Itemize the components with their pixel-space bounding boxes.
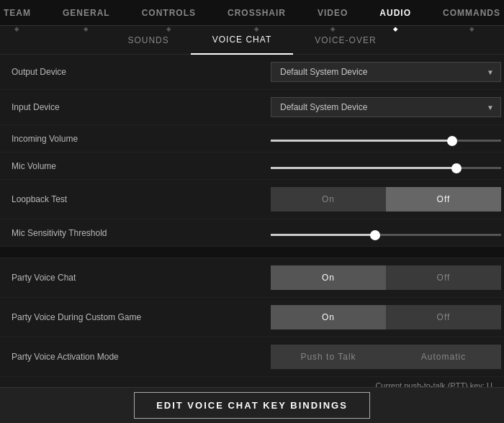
subnav-voice-over[interactable]: VOICE-OVER (293, 26, 397, 55)
input-device-dropdown-wrapper: Default System Device (271, 97, 501, 117)
party-voice-off-button[interactable]: Off (386, 265, 501, 290)
party-voice-chat-label: Party Voice Chat (12, 273, 271, 283)
party-voice-custom-toggle-group: On Off (271, 305, 501, 329)
incoming-volume-row: Incoming Volume (0, 125, 504, 153)
nav-general[interactable]: GENERAL (47, 0, 126, 26)
output-device-row: Output Device Default System Device (0, 55, 504, 90)
party-voice-activation-toggle-group: Push to Talk Automatic (271, 345, 501, 369)
incoming-volume-control (271, 133, 501, 144)
mic-sensitivity-row: Mic Sensitivity Threshold (0, 219, 504, 247)
mic-volume-label: Mic Volume (12, 161, 271, 171)
party-ptt-info-row: Current push-to-talk (PTT) key: U (0, 377, 504, 387)
output-device-dropdown-wrapper: Default System Device (271, 62, 501, 82)
output-device-label: Output Device (12, 67, 271, 77)
loopback-toggle-group: On Off (271, 187, 501, 212)
bottom-bar: EDIT VOICE CHAT KEY BINDINGS (0, 387, 504, 423)
party-voice-custom-on-button[interactable]: On (271, 305, 386, 329)
edit-keybindings-button[interactable]: EDIT VOICE CHAT KEY BINDINGS (134, 392, 370, 419)
party-voice-custom-control: On Off (271, 305, 501, 329)
mic-volume-control (271, 160, 501, 171)
incoming-volume-label: Incoming Volume (12, 134, 271, 144)
party-voice-toggle-group: On Off (271, 265, 501, 290)
content-area: Output Device Default System Device Inpu… (0, 55, 504, 387)
loopback-test-label: Loopback Test (12, 194, 271, 204)
party-voice-custom-off-button[interactable]: Off (386, 305, 501, 329)
party-voice-chat-row: Party Voice Chat On Off (0, 258, 504, 298)
input-device-control: Default System Device (271, 97, 501, 117)
party-voice-on-button[interactable]: On (271, 265, 386, 290)
mic-sensitivity-control (271, 227, 501, 238)
subnav-voice-chat[interactable]: VOICE CHAT (191, 26, 293, 55)
party-voice-activation-control: Push to Talk Automatic (271, 345, 501, 369)
output-device-control: Default System Device (271, 62, 501, 82)
party-voice-custom-row: Party Voice During Custom Game On Off (0, 298, 504, 337)
nav-team[interactable]: TEAM (0, 0, 47, 26)
nav-audio[interactable]: AUDIO (364, 0, 427, 26)
party-voice-auto-button[interactable]: Automatic (386, 345, 501, 369)
top-nav: TEAM GENERAL CONTROLS CROSSHAIR VIDEO AU… (0, 0, 504, 26)
output-device-dropdown[interactable]: Default System Device (271, 62, 501, 82)
party-voice-activation-row: Party Voice Activation Mode Push to Talk… (0, 337, 504, 377)
party-voice-push-button[interactable]: Push to Talk (271, 345, 386, 369)
incoming-volume-slider[interactable] (271, 140, 501, 142)
party-voice-custom-label: Party Voice During Custom Game (12, 312, 271, 322)
mic-sensitivity-slider-wrapper (271, 227, 501, 238)
loopback-test-control: On Off (271, 187, 501, 212)
sub-nav: SOUNDS VOICE CHAT VOICE-OVER (0, 26, 504, 55)
incoming-volume-slider-wrapper (271, 133, 501, 144)
nav-commands[interactable]: COMMANDS (427, 0, 504, 26)
input-device-dropdown[interactable]: Default System Device (271, 97, 501, 117)
nav-controls[interactable]: CONTROLS (126, 0, 212, 26)
loopback-on-button[interactable]: On (271, 187, 386, 212)
subnav-sounds[interactable]: SOUNDS (106, 26, 190, 55)
mic-volume-slider[interactable] (271, 167, 501, 169)
mic-volume-row: Mic Volume (0, 153, 504, 180)
mic-sensitivity-label: Mic Sensitivity Threshold (12, 228, 271, 238)
mic-sensitivity-slider[interactable] (271, 234, 501, 236)
party-ptt-info: Current push-to-talk (PTT) key: U (375, 381, 492, 387)
party-voice-activation-label: Party Voice Activation Mode (12, 352, 271, 362)
nav-video[interactable]: VIDEO (302, 0, 364, 26)
party-voice-chat-control: On Off (271, 265, 501, 290)
section-divider-1 (0, 247, 504, 258)
mic-volume-slider-wrapper (271, 160, 501, 171)
input-device-row: Input Device Default System Device (0, 90, 504, 125)
loopback-test-row: Loopback Test On Off (0, 180, 504, 219)
loopback-off-button[interactable]: Off (386, 187, 501, 212)
input-device-label: Input Device (12, 102, 271, 112)
nav-crosshair[interactable]: CROSSHAIR (212, 0, 302, 26)
